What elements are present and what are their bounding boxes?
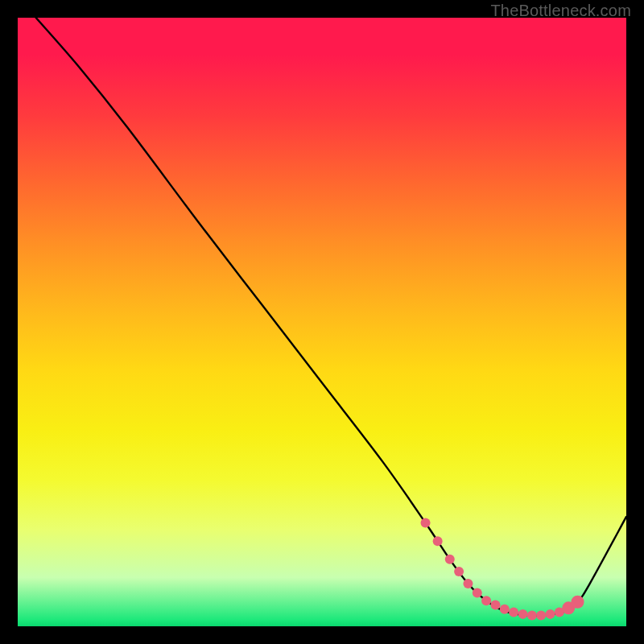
bottleneck-curve <box>36 18 626 616</box>
curve-marker <box>445 555 455 564</box>
plot-area <box>18 18 626 626</box>
curve-marker <box>527 610 537 620</box>
curve-marker <box>518 609 527 619</box>
curve-markers <box>421 518 584 620</box>
curve-marker <box>500 605 510 614</box>
curve-marker <box>481 596 491 605</box>
chart-svg <box>18 18 626 626</box>
curve-marker <box>572 596 584 609</box>
curve-marker <box>473 588 482 597</box>
curve-marker <box>546 609 555 619</box>
curve-marker <box>490 601 500 610</box>
curve-marker <box>509 608 518 617</box>
curve-marker <box>536 610 546 620</box>
curve-marker <box>421 518 431 527</box>
curve-marker <box>463 579 473 588</box>
curve-marker <box>433 536 443 546</box>
chart-frame: TheBottleneck.com <box>0 0 644 644</box>
curve-marker <box>454 567 464 576</box>
